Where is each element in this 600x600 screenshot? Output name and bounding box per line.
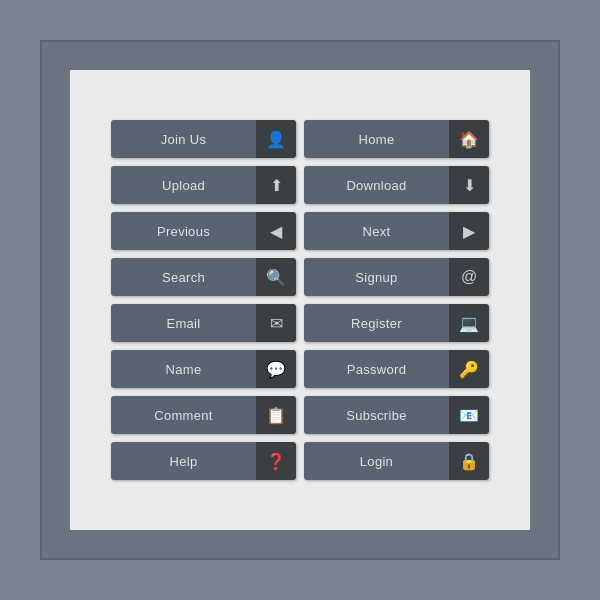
help-button[interactable]: Help ❓ xyxy=(111,442,296,480)
login-button[interactable]: Login 🔒 xyxy=(304,442,489,480)
name-button[interactable]: Name 💬 xyxy=(111,350,296,388)
name-label: Name xyxy=(111,350,256,388)
next-button[interactable]: Next ▶ xyxy=(304,212,489,250)
login-label: Login xyxy=(304,442,449,480)
subscribe-label: Subscribe xyxy=(304,396,449,434)
register-button[interactable]: Register 💻 xyxy=(304,304,489,342)
help-icon: ❓ xyxy=(256,442,296,480)
join-us-button[interactable]: Join Us 👤 xyxy=(111,120,296,158)
comment-icon: 📋 xyxy=(256,396,296,434)
home-button[interactable]: Home 🏠 xyxy=(304,120,489,158)
password-label: Password xyxy=(304,350,449,388)
download-label: Download xyxy=(304,166,449,204)
home-icon: 🏠 xyxy=(449,120,489,158)
subscribe-button[interactable]: Subscribe 📧 xyxy=(304,396,489,434)
password-icon: 🔑 xyxy=(449,350,489,388)
next-label: Next xyxy=(304,212,449,250)
subscribe-icon: 📧 xyxy=(449,396,489,434)
help-label: Help xyxy=(111,442,256,480)
register-label: Register xyxy=(304,304,449,342)
join-us-icon: 👤 xyxy=(256,120,296,158)
next-icon: ▶ xyxy=(449,212,489,250)
download-icon: ⬇ xyxy=(449,166,489,204)
email-button[interactable]: Email ✉ xyxy=(111,304,296,342)
upload-button[interactable]: Upload ⬆ xyxy=(111,166,296,204)
comment-label: Comment xyxy=(111,396,256,434)
buttons-grid: Join Us 👤 Home 🏠 Upload ⬆ Download ⬇ Pre… xyxy=(91,100,509,500)
comment-button[interactable]: Comment 📋 xyxy=(111,396,296,434)
outer-frame: Join Us 👤 Home 🏠 Upload ⬆ Download ⬇ Pre… xyxy=(40,40,560,560)
email-icon: ✉ xyxy=(256,304,296,342)
download-button[interactable]: Download ⬇ xyxy=(304,166,489,204)
signup-label: Signup xyxy=(304,258,449,296)
password-button[interactable]: Password 🔑 xyxy=(304,350,489,388)
upload-label: Upload xyxy=(111,166,256,204)
previous-icon: ◀ xyxy=(256,212,296,250)
previous-button[interactable]: Previous ◀ xyxy=(111,212,296,250)
signup-button[interactable]: Signup @ xyxy=(304,258,489,296)
join-us-label: Join Us xyxy=(111,120,256,158)
search-label: Search xyxy=(111,258,256,296)
signup-icon: @ xyxy=(449,258,489,296)
login-icon: 🔒 xyxy=(449,442,489,480)
upload-icon: ⬆ xyxy=(256,166,296,204)
previous-label: Previous xyxy=(111,212,256,250)
search-icon: 🔍 xyxy=(256,258,296,296)
register-icon: 💻 xyxy=(449,304,489,342)
inner-panel: Join Us 👤 Home 🏠 Upload ⬆ Download ⬇ Pre… xyxy=(70,70,530,530)
name-icon: 💬 xyxy=(256,350,296,388)
email-label: Email xyxy=(111,304,256,342)
search-button[interactable]: Search 🔍 xyxy=(111,258,296,296)
home-label: Home xyxy=(304,120,449,158)
